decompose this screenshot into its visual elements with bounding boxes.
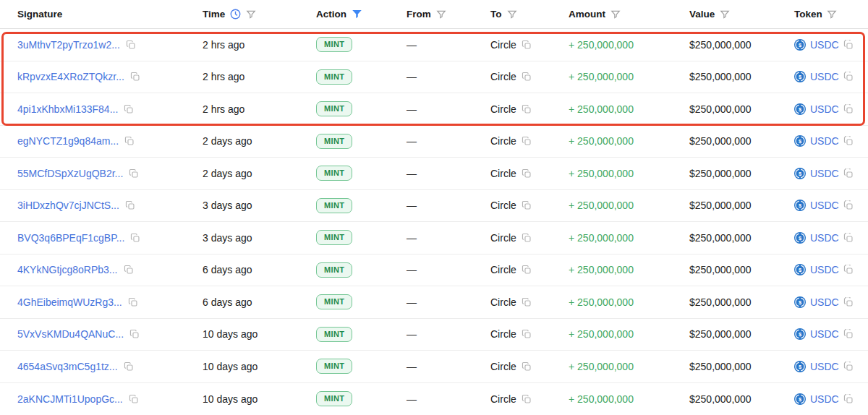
- copy-icon[interactable]: [843, 104, 854, 114]
- copy-icon[interactable]: [522, 329, 532, 339]
- amount-value: + 250,000,000: [569, 393, 634, 405]
- copy-icon[interactable]: [129, 168, 139, 179]
- copy-icon[interactable]: [843, 200, 854, 210]
- signature-link[interactable]: 2aKNCJMTi1UpopGc...: [17, 393, 123, 405]
- signature-link[interactable]: kRpvzxE4XRoZTQkzr...: [17, 71, 124, 82]
- copy-icon[interactable]: [522, 361, 532, 372]
- copy-icon[interactable]: [126, 40, 136, 50]
- copy-icon[interactable]: [125, 200, 135, 210]
- copy-icon[interactable]: [843, 329, 854, 339]
- copy-icon[interactable]: [843, 233, 854, 243]
- copy-icon[interactable]: [522, 265, 532, 275]
- time-text: 10 days ago: [203, 361, 258, 372]
- copy-icon[interactable]: [843, 136, 854, 146]
- signature-link[interactable]: 3uMthvT2pyTrzo1w2...: [17, 39, 120, 51]
- column-label: From: [407, 9, 431, 20]
- filter-icon[interactable]: [436, 9, 446, 20]
- signature-link[interactable]: 4pi1xKhbxMi133F84...: [17, 103, 118, 115]
- token-link[interactable]: USDC: [810, 71, 839, 82]
- copy-icon[interactable]: [128, 297, 138, 307]
- to-account-label: Circle: [490, 328, 516, 340]
- signature-link[interactable]: 4654aSvq3mC5g1tz...: [17, 361, 118, 372]
- to-cell: Circle: [490, 200, 569, 211]
- signature-link[interactable]: 4KYkNGtjcg8oRPb3...: [17, 264, 118, 275]
- signature-link[interactable]: 55MCfDSpXzUgQB2r...: [17, 168, 123, 179]
- copy-icon[interactable]: [843, 361, 854, 372]
- filter-icon[interactable]: [507, 9, 517, 20]
- from-cell: —: [407, 361, 490, 372]
- usdc-token-icon: $: [794, 393, 806, 405]
- token-link[interactable]: USDC: [810, 296, 839, 308]
- clock-icon[interactable]: [230, 9, 241, 20]
- copy-icon[interactable]: [843, 265, 854, 275]
- copy-icon[interactable]: [522, 394, 532, 404]
- from-cell: —: [407, 200, 490, 211]
- copy-icon[interactable]: [522, 136, 532, 146]
- copy-icon[interactable]: [124, 104, 134, 114]
- time-cell: 6 days ago: [203, 264, 316, 275]
- time-text: 2 hrs ago: [203, 39, 244, 51]
- copy-icon[interactable]: [522, 200, 532, 210]
- copy-icon[interactable]: [522, 233, 532, 243]
- token-cell: $ USDC: [794, 361, 868, 372]
- token-link[interactable]: USDC: [810, 393, 839, 405]
- copy-icon[interactable]: [843, 297, 854, 307]
- usdc-token-icon: $: [794, 232, 806, 244]
- filter-icon-active[interactable]: [352, 9, 362, 20]
- to-account-label: Circle: [490, 135, 516, 147]
- time-text: 2 days ago: [203, 168, 252, 179]
- copy-icon[interactable]: [130, 72, 140, 82]
- copy-icon[interactable]: [124, 265, 134, 275]
- copy-icon[interactable]: [130, 233, 140, 243]
- token-link[interactable]: USDC: [810, 361, 839, 372]
- to-cell: Circle: [490, 71, 569, 82]
- from-empty-value: —: [407, 71, 417, 82]
- filter-icon[interactable]: [827, 9, 837, 20]
- token-link[interactable]: USDC: [810, 232, 839, 244]
- copy-icon[interactable]: [522, 40, 532, 50]
- copy-icon[interactable]: [522, 72, 532, 82]
- copy-icon[interactable]: [843, 168, 854, 179]
- token-link[interactable]: USDC: [810, 135, 839, 147]
- mint-action-badge: MINT: [316, 391, 352, 406]
- copy-icon[interactable]: [843, 394, 854, 404]
- copy-icon[interactable]: [522, 168, 532, 179]
- to-account-label: Circle: [490, 393, 516, 405]
- filter-icon[interactable]: [610, 9, 621, 20]
- copy-icon[interactable]: [124, 136, 135, 146]
- copy-icon[interactable]: [522, 104, 532, 114]
- signature-cell: 3uMthvT2pyTrzo1w2...: [17, 39, 203, 51]
- copy-icon[interactable]: [129, 394, 139, 404]
- copy-icon[interactable]: [843, 72, 854, 82]
- filter-icon[interactable]: [720, 9, 730, 20]
- value-cell: $250,000,000: [689, 232, 794, 244]
- copy-icon[interactable]: [522, 297, 532, 307]
- signature-link[interactable]: 5VxVsKMDu4QANuC...: [17, 328, 124, 340]
- token-link[interactable]: USDC: [810, 328, 839, 340]
- from-empty-value: —: [407, 200, 417, 211]
- copy-icon[interactable]: [843, 40, 854, 50]
- filter-icon[interactable]: [246, 9, 256, 20]
- token-link[interactable]: USDC: [810, 264, 839, 275]
- signature-link[interactable]: 3iHDxzhQv7cjJNCtS...: [17, 200, 119, 211]
- token-link[interactable]: USDC: [810, 39, 839, 51]
- signature-link[interactable]: egNYCTZ1g9q84am...: [17, 135, 119, 147]
- token-link[interactable]: USDC: [810, 200, 839, 211]
- from-empty-value: —: [407, 103, 417, 115]
- value-cell: $250,000,000: [689, 361, 794, 372]
- usdc-token-icon: $: [794, 135, 806, 147]
- signature-link[interactable]: 4GhEibeimqWUzRg3...: [17, 296, 122, 308]
- time-text: 3 days ago: [203, 200, 252, 211]
- amount-cell: + 250,000,000: [569, 71, 689, 82]
- token-link[interactable]: USDC: [810, 103, 839, 115]
- copy-icon[interactable]: [129, 329, 140, 339]
- signature-cell: 4GhEibeimqWUzRg3...: [17, 296, 203, 308]
- usdc-token-icon: $: [794, 168, 806, 179]
- signature-link[interactable]: BVQ3q6BPEqF1cgBP...: [17, 232, 124, 244]
- token-link[interactable]: USDC: [810, 168, 839, 179]
- from-cell: —: [407, 71, 490, 82]
- from-cell: —: [407, 103, 490, 115]
- to-account-label: Circle: [490, 264, 516, 275]
- copy-icon[interactable]: [124, 361, 134, 372]
- to-account-label: Circle: [490, 296, 516, 308]
